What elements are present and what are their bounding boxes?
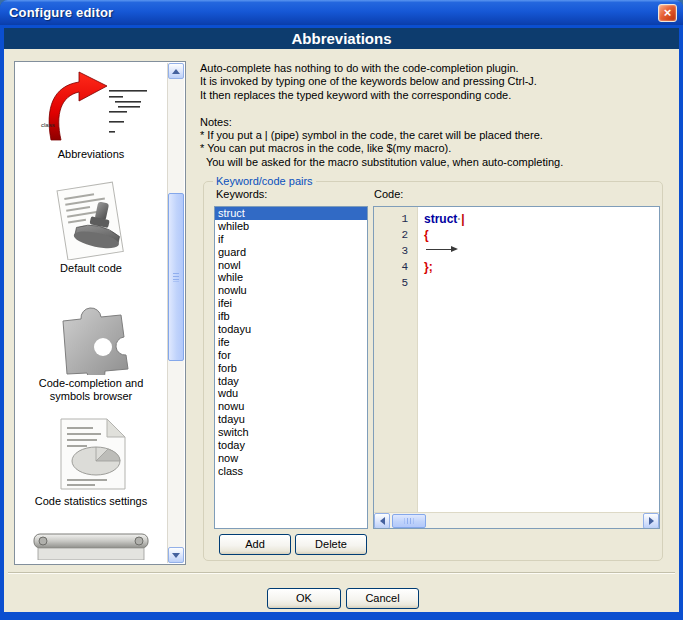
line-number: 5	[374, 275, 408, 291]
category-sidebar[interactable]: class Abbreviations	[14, 61, 186, 565]
sidebar-scrollbar-thumb[interactable]	[168, 193, 184, 361]
keywords-listbox[interactable]: structwhilebifguardnowlwhilenowluifeiifb…	[214, 206, 368, 529]
keyword-item[interactable]: nowl	[215, 259, 367, 272]
delete-button[interactable]: Delete	[295, 534, 367, 555]
keyword-item[interactable]: forb	[215, 362, 367, 375]
sidebar-scrollbar[interactable]	[167, 63, 184, 563]
code-statistics-icon	[41, 415, 141, 493]
configure-editor-window: Configure editor × Abbreviations class	[0, 0, 683, 620]
keyword-item[interactable]: today	[215, 439, 367, 452]
puzzle-icon	[41, 303, 141, 375]
keyword-item[interactable]: ifei	[215, 297, 367, 310]
intro-line: It then replaces the typed keyword with …	[200, 89, 672, 102]
intro-line: * If you put a | (pipe) symbol in the co…	[200, 129, 672, 142]
add-button[interactable]: Add	[219, 534, 291, 555]
code-line	[424, 275, 659, 291]
intro-line: Auto-complete has nothing to do with the…	[200, 62, 672, 75]
intro-line: * You can put macros in the code, like $…	[200, 142, 672, 155]
keyword-item[interactable]: tday	[215, 375, 367, 388]
code-line: };	[424, 259, 659, 275]
keyword-item[interactable]: while	[215, 271, 367, 284]
default-code-icon	[36, 180, 146, 260]
code-token: };	[424, 260, 433, 274]
line-number: 2	[374, 227, 408, 243]
intro-text: Auto-complete has nothing to do with the…	[200, 62, 672, 169]
code-line: {	[424, 227, 659, 243]
group-title: Keyword/code pairs	[213, 175, 316, 187]
line-number: 3	[374, 243, 408, 259]
code-token: {	[424, 228, 429, 242]
keyword-item[interactable]: tdayu	[215, 413, 367, 426]
window-title: Configure editor	[9, 5, 113, 20]
keyword-item[interactable]: now	[215, 452, 367, 465]
line-number-gutter: 12345	[374, 207, 418, 512]
sidebar-item-abbreviations[interactable]: class Abbreviations	[15, 70, 167, 161]
ok-button[interactable]: OK	[267, 588, 341, 609]
sidebar-item-label: Code statistics settings	[31, 493, 152, 508]
sidebar-item-label: Abbreviations	[54, 146, 129, 161]
scroll-up-icon[interactable]	[168, 63, 184, 79]
keyword-item[interactable]: ifb	[215, 310, 367, 323]
sidebar-item-code-statistics[interactable]: Code statistics settings	[15, 415, 167, 508]
sidebar-item-label: Default code	[56, 260, 126, 275]
code-text-area[interactable]: struct·|{};	[419, 207, 659, 512]
sidebar-item-label	[87, 560, 95, 562]
keyword-item[interactable]: class	[215, 465, 367, 478]
keyword-item[interactable]: nowu	[215, 400, 367, 413]
keyword-item[interactable]: guard	[215, 246, 367, 259]
scroll-left-icon[interactable]	[374, 513, 390, 529]
footer-divider	[8, 572, 675, 574]
keywords-label: Keywords:	[216, 188, 267, 200]
intro-line: You will be asked for the macro substitu…	[200, 156, 672, 169]
abbreviations-icon: class	[21, 70, 161, 146]
keyword-item[interactable]: if	[215, 233, 367, 246]
line-number: 4	[374, 259, 408, 275]
dialog-client-area: class Abbreviations	[4, 49, 679, 612]
svg-text:class: class	[41, 122, 55, 128]
keyword-item[interactable]: switch	[215, 426, 367, 439]
code-line	[424, 243, 659, 259]
code-token: |	[461, 212, 464, 226]
line-number: 1	[374, 211, 408, 227]
cancel-button[interactable]: Cancel	[346, 588, 419, 609]
sidebar-item-label: Code-completion and symbols browser	[15, 375, 167, 403]
keyword-item[interactable]: todayu	[215, 323, 367, 336]
code-token: struct	[424, 212, 457, 226]
keyword-code-pairs-group: Keyword/code pairs Keywords: Code: struc…	[203, 181, 663, 561]
keyword-item[interactable]: whileb	[215, 220, 367, 233]
intro-line	[200, 102, 672, 115]
keyword-item[interactable]: wdu	[215, 387, 367, 400]
code-token	[424, 245, 458, 254]
toolbar-partial-icon	[26, 530, 156, 560]
sidebar-item-code-completion[interactable]: Code-completion and symbols browser	[15, 303, 167, 403]
sidebar-items: class Abbreviations	[15, 62, 167, 562]
code-editor[interactable]: 12345 struct·|{};	[373, 206, 660, 529]
title-bar[interactable]: Configure editor ×	[0, 0, 683, 25]
intro-line: It is invoked by typing one of the keywo…	[200, 75, 672, 88]
code-horizontal-scrollbar[interactable]	[374, 512, 659, 528]
close-icon[interactable]: ×	[658, 4, 677, 22]
keyword-item[interactable]: ife	[215, 336, 367, 349]
sidebar-item-partial[interactable]	[15, 530, 167, 562]
code-line: struct·|	[424, 211, 659, 227]
page-header: Abbreviations	[4, 28, 679, 49]
code-scrollbar-thumb[interactable]	[392, 514, 426, 528]
scroll-right-icon[interactable]	[643, 513, 659, 529]
sidebar-item-default-code[interactable]: Default code	[15, 180, 167, 275]
keyword-item[interactable]: for	[215, 349, 367, 362]
scroll-down-icon[interactable]	[168, 547, 184, 563]
keyword-item[interactable]: nowlu	[215, 284, 367, 297]
page-title: Abbreviations	[291, 30, 391, 47]
intro-line: Notes:	[200, 116, 672, 129]
keyword-item[interactable]: struct	[215, 207, 367, 220]
code-label: Code:	[374, 188, 403, 200]
